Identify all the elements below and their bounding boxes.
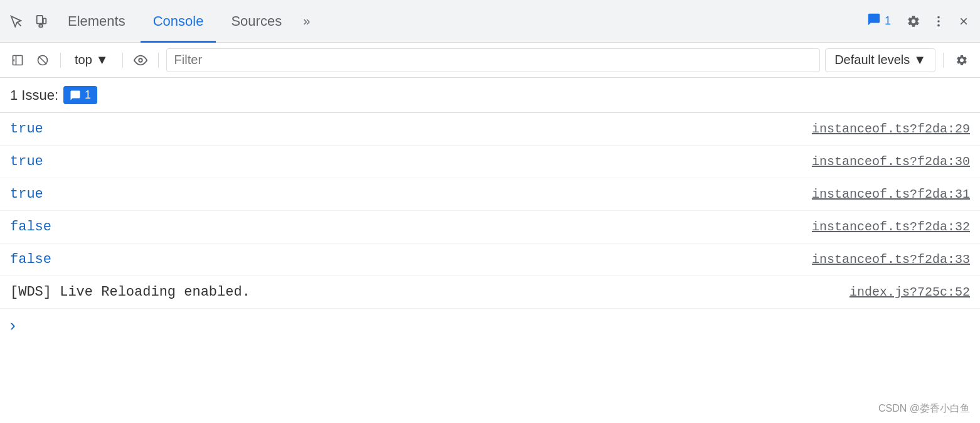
device-icon-btn[interactable]	[30, 10, 53, 33]
console-row: false instanceof.ts?f2da:32	[0, 211, 980, 244]
svg-point-7	[937, 24, 940, 26]
prompt-arrow: ›	[10, 316, 16, 335]
context-selector-btn[interactable]: top ▼	[68, 50, 115, 70]
svg-point-13	[139, 58, 142, 62]
notification-btn[interactable]: 1	[858, 10, 900, 33]
issue-badge-icon	[70, 90, 81, 101]
console-row: true instanceof.ts?f2da:29	[0, 113, 980, 146]
filter-input[interactable]	[166, 48, 821, 72]
device-icon	[35, 14, 48, 28]
console-source-link[interactable]: instanceof.ts?f2da:32	[812, 220, 970, 234]
default-levels-btn[interactable]: Default levels ▼	[825, 48, 935, 72]
svg-rect-1	[37, 15, 43, 23]
console-row: [WDS] Live Reloading enabled. index.js?7…	[0, 276, 980, 309]
clear-icon	[36, 54, 49, 67]
tab-sources[interactable]: Sources	[218, 0, 294, 43]
console-value: false	[10, 252, 51, 267]
tab-console[interactable]: Console	[141, 0, 216, 43]
gear-icon	[907, 14, 920, 28]
console-value: true	[10, 186, 43, 202]
console-row: false instanceof.ts?f2da:33	[0, 244, 980, 276]
console-value: [WDS] Live Reloading enabled.	[10, 284, 250, 300]
console-row: true instanceof.ts?f2da:31	[0, 178, 980, 211]
levels-arrow: ▼	[913, 53, 926, 67]
inspect-icon-btn[interactable]	[5, 10, 28, 33]
more-dots-icon	[932, 14, 945, 28]
inspect-icon	[9, 14, 23, 28]
divider-4	[943, 53, 944, 68]
issue-text: 1 Issue:	[10, 87, 58, 104]
live-expressions-btn[interactable]	[130, 50, 151, 70]
gear-btn[interactable]	[902, 10, 925, 33]
context-label: top	[75, 53, 92, 67]
divider-3	[158, 53, 159, 68]
more-options-btn[interactable]	[927, 10, 950, 33]
notification-icon	[867, 13, 881, 30]
levels-label: Default levels	[834, 53, 910, 67]
divider-1	[60, 53, 61, 68]
console-value: true	[10, 121, 43, 137]
console-gear-icon	[956, 54, 968, 67]
notification-count: 1	[885, 14, 891, 28]
close-icon: ×	[959, 13, 968, 30]
issue-bar: 1 Issue: 1	[0, 78, 980, 113]
svg-line-12	[39, 56, 47, 64]
svg-line-0	[17, 21, 21, 25]
close-btn[interactable]: ×	[952, 10, 975, 33]
clear-console-btn[interactable]	[33, 50, 53, 70]
svg-rect-2	[39, 24, 43, 27]
devtools-toolbar: Elements Console Sources » 1 ×	[0, 0, 980, 43]
console-settings-btn[interactable]	[951, 50, 972, 71]
eye-icon	[134, 53, 147, 67]
console-source-link[interactable]: index.js?725c:52	[850, 285, 970, 299]
console-source-link[interactable]: instanceof.ts?f2da:29	[812, 122, 970, 136]
sidebar-toggle-btn[interactable]	[8, 50, 28, 70]
divider-2	[122, 53, 123, 68]
context-arrow: ▼	[96, 53, 109, 67]
svg-point-6	[937, 20, 940, 23]
watermark: CSDN @娄香小白鱼	[878, 402, 970, 415]
console-secondary-toolbar: top ▼ Default levels ▼	[0, 43, 980, 78]
console-value: true	[10, 154, 43, 169]
console-row: true instanceof.ts?f2da:30	[0, 146, 980, 178]
console-input[interactable]	[21, 317, 970, 333]
svg-point-5	[937, 16, 940, 18]
console-output: true instanceof.ts?f2da:29 true instance…	[0, 113, 980, 423]
console-source-link[interactable]: instanceof.ts?f2da:33	[812, 252, 970, 267]
svg-rect-4	[43, 18, 46, 23]
console-prompt: ›	[0, 309, 980, 341]
console-value: false	[10, 219, 51, 235]
tab-elements[interactable]: Elements	[55, 0, 138, 43]
more-tabs-btn[interactable]: »	[297, 10, 316, 33]
console-source-link[interactable]: instanceof.ts?f2da:31	[812, 187, 970, 201]
issue-badge-count: 1	[85, 88, 91, 102]
issue-badge-btn[interactable]: 1	[63, 86, 97, 104]
sidebar-icon	[11, 54, 24, 67]
console-source-link[interactable]: instanceof.ts?f2da:30	[812, 154, 970, 169]
